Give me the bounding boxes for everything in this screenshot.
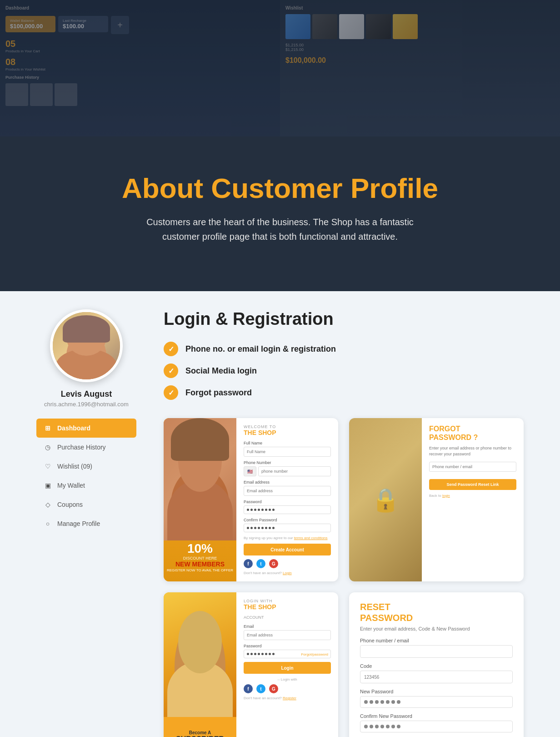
sidebar-item-coupons[interactable]: ◇ Coupons	[36, 495, 136, 514]
phone-row: 🇺🇸	[244, 466, 331, 476]
dashboard-right: Wishlist $1,215.00 $1,215.00 $100,000.00	[280, 0, 560, 136]
dot	[397, 725, 400, 728]
sub-email-label: Email	[244, 624, 331, 629]
dot	[254, 653, 256, 655]
or-login-with: -- Login with	[244, 677, 331, 681]
wallet-balance-display: $100,000.00	[285, 56, 555, 65]
sub-google-icon[interactable]: G	[269, 684, 278, 693]
dot	[370, 700, 373, 704]
terms-link[interactable]: terms and conditions	[294, 536, 328, 540]
dot	[265, 527, 267, 529]
dot	[258, 527, 260, 529]
sub-social-icons: f t G	[244, 684, 331, 693]
dot	[254, 509, 256, 511]
promo-text: 10% DISCOUNT HERE NEW MEMBERS REGISTER N…	[164, 541, 236, 572]
forgot-phone-email-group	[429, 462, 516, 472]
dot	[375, 725, 379, 728]
confirm-password-dots[interactable]	[244, 524, 331, 532]
wallet-value: $100,000.00	[10, 23, 51, 30]
dot	[250, 653, 253, 655]
feature-list: ✓ Phone no. or email login & registratio…	[164, 342, 524, 400]
reset-code-input[interactable]	[360, 671, 513, 683]
price-1: $1,215.00	[285, 43, 555, 47]
back-login-link[interactable]: login	[442, 494, 450, 498]
subscriber-form: LOGIN WITH THE SHOP ACCOUNT Email Passwo…	[236, 592, 338, 737]
dot	[247, 509, 249, 511]
dot	[265, 509, 267, 511]
password-dots[interactable]	[244, 505, 331, 514]
dashboard-label: Dashboard	[5, 5, 29, 10]
profile-name: Levis August	[61, 389, 112, 399]
cart-label: Products in Your Cart	[5, 49, 40, 53]
facebook-icon[interactable]: f	[244, 559, 253, 568]
full-page: Dashboard Wallet Balance $100,000.00 Las…	[0, 0, 560, 737]
dot	[370, 725, 373, 728]
twitter-icon[interactable]: t	[256, 559, 265, 568]
sidebar-item-wishlist[interactable]: ♡ Wishlist (09)	[36, 457, 136, 476]
sidebar-item-dashboard[interactable]: ⊞ Dashboard	[36, 419, 136, 438]
email-input[interactable]	[244, 486, 331, 496]
forgot-email-input[interactable]	[429, 462, 516, 472]
profile-section: Levis August chris.achme.1996@hotmail.co…	[0, 291, 560, 737]
become-text: Become A	[167, 730, 233, 735]
register-link[interactable]: Register	[283, 696, 296, 700]
reset-password-card: RESET PASSWORD Enter your email address,…	[349, 592, 524, 737]
dot	[391, 700, 395, 704]
wishlist-img-5	[393, 14, 418, 39]
create-account-button[interactable]: Create Account	[244, 544, 331, 555]
profile-main-content: Login & Registration ✓ Phone no. or emai…	[164, 309, 524, 737]
dot	[258, 509, 260, 511]
feature-item-2: ✓ Forgot password	[164, 385, 524, 400]
hero-title: About Customer Profile	[73, 173, 487, 204]
wallet-card: Wallet Balance $100,000.00	[5, 16, 55, 32]
sub-facebook-icon[interactable]: f	[244, 684, 253, 693]
reset-confirm-password-dots[interactable]	[360, 721, 513, 732]
reset-new-password-group: New Password	[360, 689, 513, 708]
phone-input[interactable]	[258, 466, 331, 476]
reset-email-input[interactable]	[360, 645, 513, 658]
sidebar-item-purchase-history[interactable]: ◷ Purchase History	[36, 438, 136, 457]
recharge-wallet-btn[interactable]: +	[111, 16, 129, 34]
sidebar-item-manage-profile[interactable]: ○ Manage Profile	[36, 514, 136, 533]
dot	[261, 527, 264, 529]
fullname-input[interactable]	[244, 447, 331, 457]
phone-group: Phone Number 🇺🇸	[244, 460, 331, 476]
sidebar-menu: ⊞ Dashboard ◷ Purchase History ♡ Wishlis…	[36, 419, 136, 533]
wishlist-images	[285, 14, 555, 39]
dot	[269, 509, 271, 511]
avatar	[53, 312, 120, 379]
sub-twitter-icon[interactable]: t	[256, 684, 265, 693]
google-icon[interactable]: G	[269, 559, 278, 568]
sidebar-item-wallet[interactable]: ▣ My Wallet	[36, 476, 136, 495]
login-title: Login & Registration	[164, 309, 524, 329]
forgot-password-link[interactable]: Forgot/password	[301, 652, 328, 656]
forgot-title: FORGOT PASSWORD ?	[429, 424, 516, 442]
promo-new-members: NEW MEMBERS	[164, 560, 236, 568]
reset-new-password-dots[interactable]	[360, 696, 513, 708]
subscriber-brand: THE SHOP	[244, 603, 331, 611]
send-reset-link-button[interactable]: Send Password Reset Link	[429, 479, 516, 490]
subscriber-card: Become A SUBSCRIBER 📱 To Get Amazing Off…	[164, 592, 338, 737]
subscriber-label: SUBSCRIBER	[167, 735, 233, 737]
password-label: Password	[244, 500, 331, 504]
login-link[interactable]: Login	[283, 571, 292, 575]
forgot-description: Enter your email address or phone number…	[429, 445, 516, 457]
reset-new-password-label: New Password	[360, 689, 513, 694]
phone-flag[interactable]: 🇺🇸	[244, 466, 256, 476]
grid-icon: ⊞	[44, 424, 52, 432]
promo-label: DISCOUNT HERE	[164, 556, 236, 560]
sidebar-wishlist-label: Wishlist (09)	[57, 463, 92, 470]
dot	[250, 527, 253, 529]
forgot-form: FORGOT PASSWORD ? Enter your email addre…	[422, 418, 524, 581]
reset-phone-email-label: Phone number / email	[360, 638, 513, 643]
sub-email-input[interactable]	[244, 630, 331, 640]
hero-section: About Customer Profile Customers are the…	[0, 136, 560, 291]
login-button[interactable]: Login	[244, 662, 331, 674]
promo-percent: 10%	[164, 541, 236, 556]
dot	[269, 527, 271, 529]
dot	[380, 725, 384, 728]
wishlist-img-3	[339, 14, 364, 39]
sub-no-account: Don't have an account? Register	[244, 696, 331, 700]
dot	[272, 527, 275, 529]
dot	[250, 509, 253, 511]
